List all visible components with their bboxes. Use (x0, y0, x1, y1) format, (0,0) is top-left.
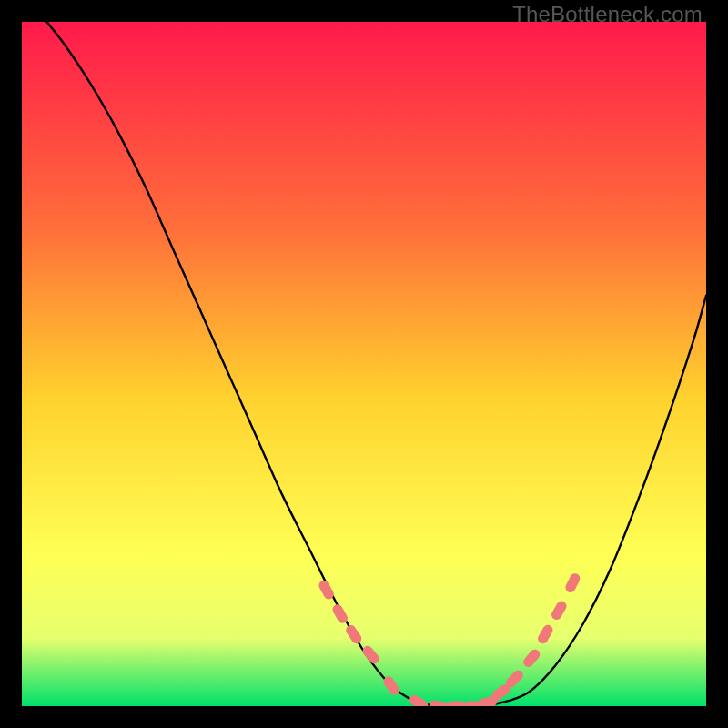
bottleneck-plot (22, 22, 706, 706)
gradient-background (22, 22, 706, 706)
watermark-text: TheBottleneck.com (512, 2, 703, 27)
curve-marker (447, 702, 467, 707)
chart-frame (22, 22, 706, 706)
